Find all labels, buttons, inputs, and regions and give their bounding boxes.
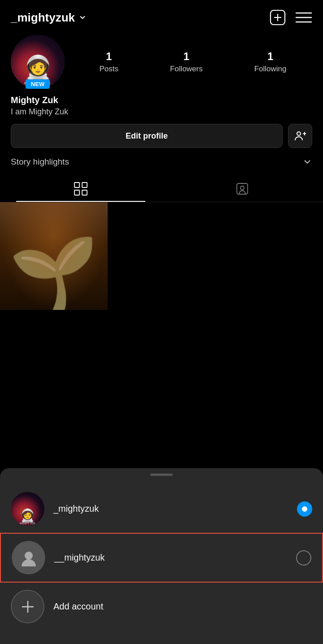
followers-count: 1 [183,50,189,63]
story-highlights[interactable]: Story highlights [0,148,323,176]
post-thumbnail[interactable]: 🌱 [0,202,108,310]
svg-rect-10 [82,183,87,187]
following-label: Following [254,65,287,74]
add-account-item[interactable]: Add account [0,583,323,631]
add-friend-button[interactable] [288,124,312,148]
add-account-label: Add account [53,601,103,612]
account-avatar-1: 🧑‍🚀 MIGHTY ZUK [11,492,44,526]
grid-icon [74,182,87,196]
account-username-1: _mightyzuk [53,504,297,514]
following-stat[interactable]: 1 Following [254,50,287,74]
avatar-container[interactable]: 🧑‍🚀 MIGHTY ZUK NEW [11,35,65,89]
new-badge: NEW [26,79,50,89]
svg-rect-9 [74,183,79,187]
plus-icon [20,599,36,615]
posts-stat[interactable]: 1 Posts [99,50,118,74]
profile-name-bio: Mighty Zuk I am Mighty Zuk [11,95,312,117]
svg-point-14 [240,186,244,190]
tab-grid[interactable] [0,176,162,202]
svg-rect-13 [237,183,248,194]
account-username-2: __mightyzuk [54,553,296,563]
svg-rect-12 [82,190,87,195]
add-person-icon [294,130,306,142]
stats-row: 1 Posts 1 Followers 1 Following [74,50,312,74]
top-header: _mightyzuk [0,0,323,30]
chevron-down-icon [79,13,87,22]
story-highlights-label: Story highlights [11,157,69,167]
profile-bio: I am Mighty Zuk [11,107,312,117]
following-count: 1 [267,50,273,63]
groot-image: 🌱 [0,202,108,310]
account-avatar-2 [12,541,45,574]
svg-rect-11 [74,190,79,195]
profile-name: Mighty Zuk [11,95,312,105]
story-highlights-chevron-icon [302,157,312,167]
edit-profile-button[interactable]: Edit profile [11,124,283,148]
menu-button[interactable] [295,9,312,26]
account-active-indicator [297,501,312,517]
add-account-icon [11,590,44,623]
username-dropdown[interactable]: _mightyzuk [11,11,87,25]
posts-label: Posts [99,65,118,74]
new-post-button[interactable] [269,9,286,26]
account-item-active[interactable]: 🧑‍🚀 MIGHTY ZUK _mightyzuk [0,485,323,533]
tab-tagged[interactable] [162,176,323,202]
header-actions [269,9,312,26]
active-dot [302,506,307,512]
grid-content: 🌱 [0,202,323,310]
followers-stat[interactable]: 1 Followers [170,50,203,74]
posts-count: 1 [106,50,112,63]
profile-section: 🧑‍🚀 MIGHTY ZUK NEW 1 Posts 1 Followers 1… [0,30,323,148]
header-username-text: _mightyzuk [11,11,75,25]
sheet-handle [150,474,173,476]
profile-info-row: 🧑‍🚀 MIGHTY ZUK NEW 1 Posts 1 Followers 1… [11,35,312,89]
svg-point-6 [297,132,301,135]
profile-buttons: Edit profile [11,124,312,148]
account-switcher-sheet: 🧑‍🚀 MIGHTY ZUK _mightyzuk __mightyzuk [0,468,323,644]
default-avatar [12,541,45,574]
svg-point-15 [25,552,33,560]
account-item-second[interactable]: __mightyzuk [0,533,323,583]
content-tabs [0,176,323,202]
account-inactive-indicator [296,550,311,566]
default-person-icon [19,548,38,567]
followers-label: Followers [170,65,203,74]
tagged-icon [236,182,249,196]
